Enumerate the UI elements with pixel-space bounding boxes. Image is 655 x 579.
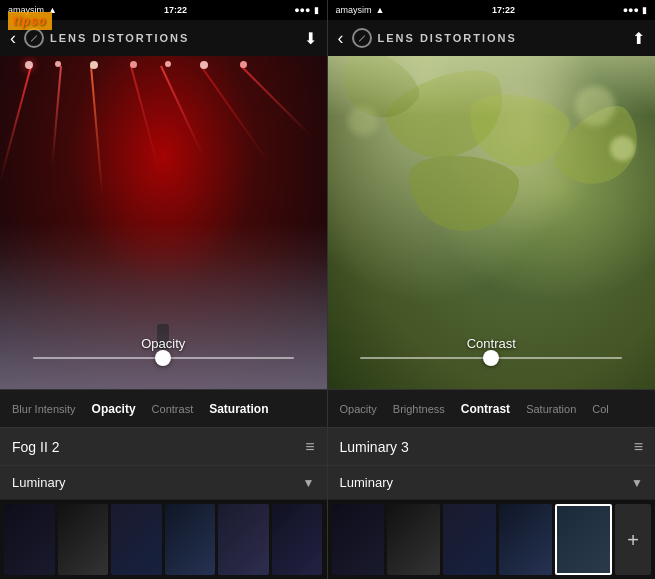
right-carrier: amaysim: [336, 5, 372, 15]
left-dropdown-arrow: ▼: [303, 476, 315, 490]
right-tab-brightness[interactable]: Brightness: [385, 390, 453, 427]
light-dot-3: [90, 61, 98, 69]
left-tab-saturation[interactable]: Saturation: [201, 390, 276, 427]
right-panel: amaysim ▲ 17:22 ●●● ▮ ‹ LENS DISTORTIONS…: [328, 0, 656, 579]
right-image-area: Contrast: [328, 56, 656, 389]
left-thumb-3-inner: [111, 504, 162, 575]
right-logo-icon: [352, 28, 372, 48]
right-thumb-2[interactable]: [387, 504, 440, 575]
right-dropdown-row[interactable]: Luminary ▼: [328, 465, 656, 499]
right-battery-icon: ▮: [642, 5, 647, 15]
right-tab-contrast[interactable]: Contrast: [453, 390, 518, 427]
left-thumbnails-row: [0, 499, 327, 579]
left-app-logo: LENS DISTORTIONS: [24, 28, 296, 48]
light-beam-7: [240, 65, 312, 137]
light-dot-5: [165, 61, 171, 67]
left-category-label: Luminary: [12, 475, 303, 490]
left-thumb-6-inner: [272, 504, 323, 575]
right-status-right: ●●● ▮: [623, 5, 647, 15]
left-thumb-2[interactable]: [58, 504, 109, 575]
left-back-button[interactable]: ‹: [10, 28, 16, 49]
right-thumb-4-inner: [499, 504, 552, 575]
left-controls-tabs: Blur Intensity Opacity Contrast Saturati…: [0, 389, 327, 427]
left-thumb-1-inner: [4, 504, 55, 575]
left-thumb-3[interactable]: [111, 504, 162, 575]
left-slider-overlay: Opacity: [0, 336, 327, 359]
left-time: 17:22: [164, 5, 187, 15]
right-menu-icon[interactable]: ≡: [634, 438, 643, 456]
left-image-area: Opacity: [0, 56, 327, 389]
left-filter-name-row: Fog II 2 ≡: [0, 427, 327, 465]
right-status-left: amaysim ▲: [336, 5, 385, 15]
left-thumb-1[interactable]: [4, 504, 55, 575]
left-thumb-4-inner: [165, 504, 216, 575]
left-menu-icon[interactable]: ≡: [305, 438, 314, 456]
left-thumb-2-inner: [58, 504, 109, 575]
right-thumb-5-selected[interactable]: [555, 504, 612, 575]
left-download-icon[interactable]: ⬇: [304, 29, 317, 48]
right-slider-label: Contrast: [467, 336, 516, 351]
right-dropdown-arrow: ▼: [631, 476, 643, 490]
right-thumb-2-inner: [387, 504, 440, 575]
left-tab-blur-intensity[interactable]: Blur Intensity: [4, 390, 84, 427]
right-time: 17:22: [492, 5, 515, 15]
right-add-icon: +: [627, 530, 639, 550]
light-dot-7: [240, 61, 247, 68]
left-signal-icon: ●●●: [294, 5, 310, 15]
right-back-button[interactable]: ‹: [338, 28, 344, 49]
left-thumb-5-inner: [218, 504, 269, 575]
leaf-5: [404, 151, 520, 235]
right-forest-background: Contrast: [328, 56, 656, 389]
light-dot-6: [200, 61, 208, 69]
right-wifi-icon: ▲: [376, 5, 385, 15]
right-slider-track[interactable]: [360, 357, 622, 359]
right-slider-thumb[interactable]: [483, 350, 499, 366]
right-thumb-3-inner: [443, 504, 496, 575]
light-beam-6: [200, 65, 270, 164]
split-container: amaysim ▲ 17:22 ●●● ▮ ‹ LENS DISTORTIONS…: [0, 0, 655, 579]
right-tab-col[interactable]: Col: [584, 390, 617, 427]
right-signal-icon: ●●●: [623, 5, 639, 15]
light-beam-5: [160, 66, 204, 157]
right-thumb-5-inner: [557, 506, 610, 573]
left-slider-label: Opacity: [141, 336, 185, 351]
left-battery-icon: ▮: [314, 5, 319, 15]
right-filter-name-row: Luminary 3 ≡: [328, 427, 656, 465]
right-add-button[interactable]: +: [615, 504, 651, 575]
right-thumbnails-row: +: [328, 499, 656, 579]
left-tab-contrast[interactable]: Contrast: [144, 390, 202, 427]
light-dot-2: [55, 61, 61, 67]
right-slider-overlay: Contrast: [328, 336, 656, 359]
watermark: tipso: [8, 12, 52, 30]
right-tab-opacity[interactable]: Opacity: [332, 390, 385, 427]
right-tab-saturation[interactable]: Saturation: [518, 390, 584, 427]
right-download-icon[interactable]: ⬆: [632, 29, 645, 48]
right-app-logo: LENS DISTORTIONS: [352, 28, 625, 48]
light-beam-3: [90, 66, 103, 196]
right-thumb-1-inner: [332, 504, 385, 575]
left-app-name: LENS DISTORTIONS: [50, 32, 189, 44]
left-tab-opacity[interactable]: Opacity: [84, 390, 144, 427]
left-concert-background: Opacity: [0, 56, 327, 389]
left-slider-thumb[interactable]: [155, 350, 171, 366]
left-slider-track[interactable]: [33, 357, 294, 359]
left-thumb-4[interactable]: [165, 504, 216, 575]
left-thumb-6[interactable]: [272, 504, 323, 575]
left-logo-icon: [24, 28, 44, 48]
right-top-bar: ‹ LENS DISTORTIONS ⬆: [328, 20, 656, 56]
right-thumb-4[interactable]: [499, 504, 552, 575]
left-filter-name: Fog II 2: [12, 439, 305, 455]
left-dropdown-row[interactable]: Luminary ▼: [0, 465, 327, 499]
left-thumb-5[interactable]: [218, 504, 269, 575]
light-dot-1: [25, 61, 33, 69]
left-status-right: ●●● ▮: [294, 5, 318, 15]
light-beam-1: [0, 66, 32, 182]
right-app-name: LENS DISTORTIONS: [378, 32, 517, 44]
right-category-label: Luminary: [340, 475, 632, 490]
right-thumb-1[interactable]: [332, 504, 385, 575]
right-status-bar: amaysim ▲ 17:22 ●●● ▮: [328, 0, 656, 20]
right-controls-tabs: Opacity Brightness Contrast Saturation C…: [328, 389, 656, 427]
light-dot-4: [130, 61, 137, 68]
right-filter-name: Luminary 3: [340, 439, 634, 455]
right-thumb-3[interactable]: [443, 504, 496, 575]
